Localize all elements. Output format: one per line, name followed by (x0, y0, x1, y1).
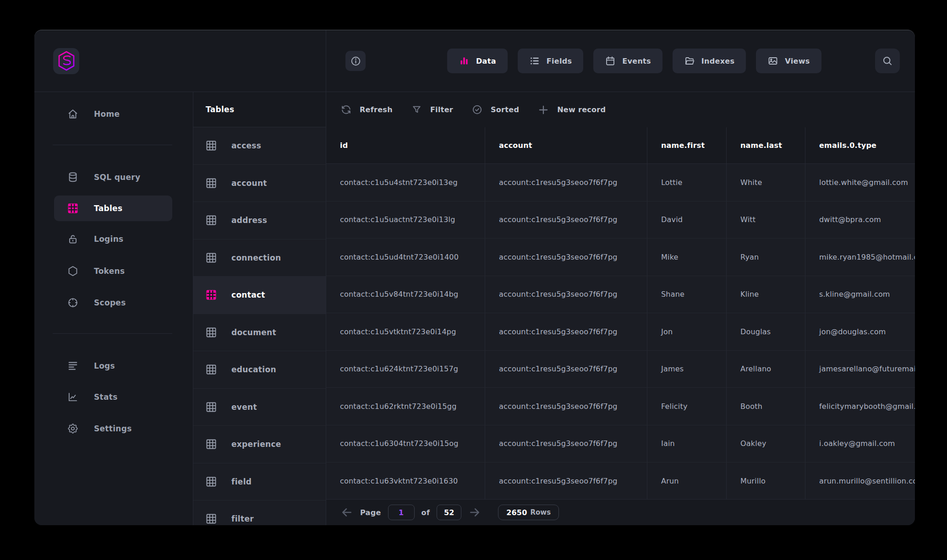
tab-indexes[interactable]: Indexes (673, 49, 746, 73)
sidebar-item-sql-query[interactable]: SQL query (54, 164, 172, 190)
table-name: address (231, 216, 267, 225)
sidebar-item-home[interactable]: Home (54, 101, 172, 127)
table-grid-icon (67, 202, 79, 214)
table-list-item-connection[interactable]: connection (193, 239, 326, 277)
table-row[interactable]: contact:c1u5u4stnt723e0i13eg account:c1r… (326, 164, 915, 201)
column-header-id[interactable]: id (326, 127, 485, 163)
table-row[interactable]: contact:c1u62rktnt723e0i15gg account:c1r… (326, 388, 915, 425)
previous-page-button[interactable] (340, 506, 353, 518)
header: Data Fields Events (34, 30, 915, 92)
cell-name-first: Jon (647, 313, 727, 350)
app-logo-button[interactable] (53, 48, 79, 74)
cell-email: s.kline@gmail.com (805, 276, 915, 313)
cell-id: contact:c1u5uactnt723e0i13lg (326, 201, 485, 239)
sorted-label: Sorted (491, 105, 519, 114)
table-name: contact (231, 290, 265, 299)
cell-account: account:c1resu5g3seoo7f6f7pg (485, 164, 647, 201)
cell-name-last: Arellano (727, 351, 805, 388)
sidebar-item-tables[interactable]: Tables (54, 196, 172, 221)
table-grid-icon (205, 401, 217, 413)
next-page-button[interactable] (468, 506, 481, 518)
cell-name-first: Arun (647, 462, 727, 500)
refresh-button[interactable]: Refresh (340, 104, 393, 115)
info-circle-icon (350, 55, 361, 67)
sidebar-item-settings[interactable]: Settings (54, 416, 172, 441)
table-list-item-experience[interactable]: experience (193, 426, 326, 463)
cell-name-last: Ryan (727, 239, 805, 276)
cell-id: contact:c1u6304tnt723e0i15og (326, 425, 485, 462)
cell-email: jon@douglas.com (805, 313, 915, 350)
table-list-item-field[interactable]: field (193, 463, 326, 501)
column-header-emails-type[interactable]: emails.0.type (805, 127, 915, 163)
table-name: education (231, 365, 276, 374)
record-explorer: Refresh Filter Sor (326, 92, 915, 525)
table-list-item-education[interactable]: education (193, 351, 326, 389)
tab-events[interactable]: Events (593, 49, 662, 73)
cell-id: contact:c1u63vktnt723e0i1630 (326, 462, 485, 500)
cell-id: contact:c1u5u4stnt723e0i13eg (326, 164, 485, 201)
refresh-label: Refresh (360, 105, 393, 114)
column-header-name-first[interactable]: name.first (647, 127, 727, 163)
cell-account: account:c1resu5g3seoo7f6f7pg (485, 462, 647, 500)
table-list-item-access[interactable]: access (193, 127, 326, 165)
cell-account: account:c1resu5g3seoo7f6f7pg (485, 276, 647, 313)
database-icon (67, 171, 79, 183)
info-button[interactable] (345, 51, 366, 71)
chart-line-icon (67, 391, 79, 403)
sidebar-item-stats[interactable]: Stats (54, 384, 172, 410)
table-list-item-document[interactable]: document (193, 314, 326, 352)
sidebar-item-tokens[interactable]: Tokens (54, 258, 172, 284)
new-record-button[interactable]: New record (537, 104, 606, 116)
cell-email: dwitt@bpra.com (805, 201, 915, 239)
sidebar-item-logins[interactable]: Logins (54, 226, 172, 252)
table-list-item-account[interactable]: account (193, 165, 326, 202)
sidebar-item-logs[interactable]: Logs (54, 353, 172, 379)
sidebar-item-label: Stats (94, 392, 118, 402)
gear-icon (67, 423, 79, 435)
row-count-badge: 2650 Rows (498, 505, 559, 520)
sorted-toggle[interactable]: Sorted (471, 104, 519, 115)
sidebar-item-label: Tokens (94, 266, 125, 276)
table-list-item-address[interactable]: address (193, 202, 326, 239)
table-name: filter (231, 514, 254, 523)
cell-name-last: Douglas (727, 313, 805, 350)
tab-label: Events (622, 57, 651, 65)
table-name: experience (231, 440, 281, 449)
table-list-item-contact[interactable]: contact (193, 277, 326, 314)
table-row[interactable]: contact:c1u63vktnt723e0i1630 account:c1r… (326, 462, 915, 500)
circle-check-icon (471, 104, 483, 115)
cell-name-last: Murillo (727, 462, 805, 500)
table-name: access (231, 141, 261, 150)
table-list-item-filter[interactable]: filter (193, 500, 326, 525)
header-right: Data Fields Events (326, 30, 915, 92)
row-count-unit: Rows (531, 508, 551, 517)
tab-data[interactable]: Data (447, 49, 508, 73)
total-pages-field[interactable] (437, 505, 461, 520)
sidebar-item-scopes[interactable]: Scopes (54, 290, 172, 315)
table-row[interactable]: contact:c1u6304tnt723e0i15og account:c1r… (326, 425, 915, 463)
tab-views[interactable]: Views (756, 49, 821, 73)
filter-funnel-icon (411, 104, 422, 115)
calendar-icon (605, 55, 616, 66)
cell-name-first: Iain (647, 425, 727, 462)
lines-icon (67, 360, 79, 372)
refresh-icon (340, 104, 352, 115)
search-button[interactable] (875, 49, 900, 73)
filter-button[interactable]: Filter (411, 104, 453, 115)
table-row[interactable]: contact:c1u5v84tnt723e0i14bg account:c1r… (326, 276, 915, 314)
cell-account: account:c1resu5g3seoo7f6f7pg (485, 388, 647, 425)
column-header-name-last[interactable]: name.last (727, 127, 805, 163)
tab-fields[interactable]: Fields (518, 49, 584, 73)
page-label: Page (360, 508, 381, 517)
plus-icon (537, 104, 549, 116)
page-number-input[interactable] (388, 505, 415, 520)
window-body: Home SQL query (34, 92, 915, 525)
table-list-item-event[interactable]: event (193, 389, 326, 426)
table-row[interactable]: contact:c1u5ud4tnt723e0i1400 account:c1r… (326, 239, 915, 276)
sidebar-item-label: Home (94, 109, 120, 119)
tab-label: Indexes (701, 57, 734, 65)
table-row[interactable]: contact:c1u624ktnt723e0i157g account:c1r… (326, 351, 915, 388)
table-row[interactable]: contact:c1u5uactnt723e0i13lg account:c1r… (326, 201, 915, 239)
column-header-account[interactable]: account (485, 127, 647, 163)
table-row[interactable]: contact:c1u5vtktnt723e0i14pg account:c1r… (326, 313, 915, 351)
